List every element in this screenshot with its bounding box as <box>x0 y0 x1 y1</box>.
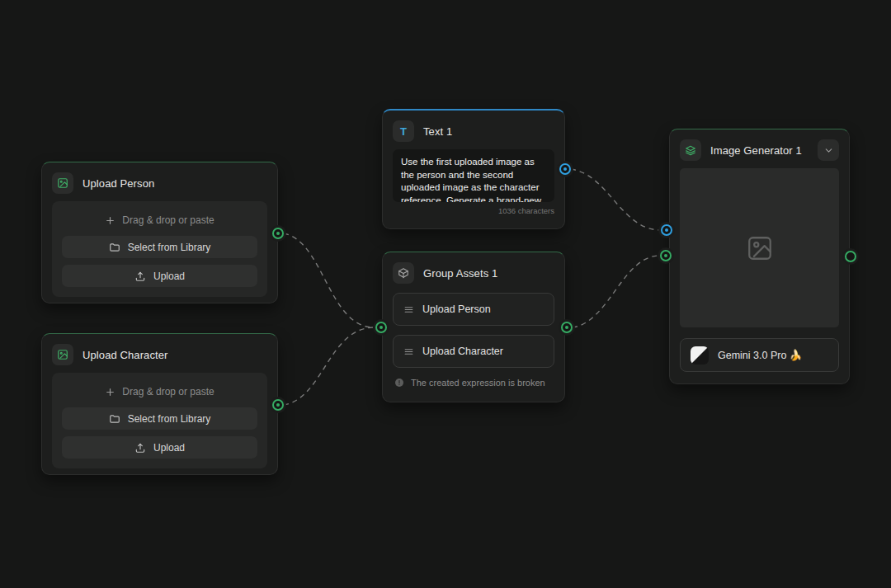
upload-button[interactable]: Upload <box>62 265 257 287</box>
character-count: 1036 characters <box>393 206 554 215</box>
dropzone-label: Drag & drop or paste <box>122 214 214 226</box>
asset-label: Upload Character <box>422 346 503 357</box>
collapse-button[interactable] <box>818 139 839 161</box>
node-header: Upload Character <box>52 344 267 365</box>
port-upload-person-output[interactable] <box>272 228 284 239</box>
connection-upload-person-to-group[interactable] <box>284 233 373 327</box>
text-icon: T <box>393 120 414 142</box>
folder-icon <box>109 242 120 253</box>
warning-icon <box>394 378 404 388</box>
upload-dropzone[interactable]: Drag & drop or paste Select from Library… <box>52 201 267 297</box>
group-asset-item-person[interactable]: Upload Person <box>393 293 554 326</box>
button-label: Select from Library <box>128 242 211 253</box>
connection-text-to-generator[interactable] <box>571 169 659 230</box>
chevron-down-icon <box>823 145 834 156</box>
node-title: Image Generator 1 <box>710 144 802 157</box>
folder-icon <box>109 413 120 425</box>
prompt-text-area[interactable]: Use the first uploaded image as the pers… <box>393 149 554 202</box>
upload-person-node[interactable]: Upload Person Drag & drop or paste Selec… <box>41 162 278 303</box>
button-label: Upload <box>153 270 185 282</box>
drag-handle-icon[interactable] <box>403 304 414 315</box>
text-node[interactable]: T Text 1 Use the first uploaded image as… <box>382 109 565 229</box>
node-header: Upload Person <box>52 172 267 194</box>
node-title: Group Assets 1 <box>423 267 497 280</box>
upload-dropzone[interactable]: Drag & drop or paste Select from Library… <box>52 373 267 468</box>
gemini-icon <box>691 346 709 365</box>
button-label: Select from Library <box>128 413 211 425</box>
node-title: Upload Person <box>82 177 154 190</box>
group-assets-node[interactable]: Group Assets 1 Upload Person Upload Char… <box>382 252 565 402</box>
node-title: Text 1 <box>423 125 452 138</box>
node-header: T Text 1 <box>393 120 554 142</box>
plus-icon <box>105 387 116 397</box>
plus-icon <box>105 215 116 226</box>
port-generator-output[interactable] <box>845 251 856 262</box>
upload-icon <box>134 442 146 454</box>
image-icon <box>52 344 73 365</box>
package-icon <box>393 262 414 284</box>
select-from-library-button[interactable]: Select from Library <box>62 236 257 258</box>
node-header: Group Assets 1 <box>393 262 554 284</box>
image-generator-node[interactable]: Image Generator 1 Gemini 3.0 Pro 🍌 <box>669 129 850 384</box>
upload-character-node[interactable]: Upload Character Drag & drop or paste Se… <box>41 333 278 475</box>
port-upload-character-output[interactable] <box>272 399 284 411</box>
upload-button[interactable]: Upload <box>62 436 257 459</box>
node-title: Upload Character <box>82 349 168 361</box>
dropzone-label: Drag & drop or paste <box>122 386 214 397</box>
upload-icon <box>134 270 146 282</box>
connection-group-to-generator[interactable] <box>573 256 658 327</box>
button-label: Upload <box>153 442 185 454</box>
port-group-assets-input[interactable] <box>375 322 387 333</box>
select-from-library-button[interactable]: Select from Library <box>62 407 257 430</box>
model-selector[interactable]: Gemini 3.0 Pro 🍌 <box>680 338 839 372</box>
picture-placeholder-icon <box>746 234 774 262</box>
port-generator-image-input[interactable] <box>660 250 672 261</box>
port-generator-text-input[interactable] <box>661 224 672 236</box>
image-preview-placeholder <box>680 168 839 327</box>
model-label: Gemini 3.0 Pro 🍌 <box>718 349 802 361</box>
port-group-assets-output[interactable] <box>561 322 573 333</box>
image-icon <box>52 172 73 194</box>
node-header: Image Generator 1 <box>680 139 839 161</box>
port-text-output[interactable] <box>559 163 571 175</box>
connection-upload-character-to-group[interactable] <box>284 327 373 405</box>
layers-icon <box>680 139 701 161</box>
asset-label: Upload Person <box>422 303 491 315</box>
warning-row: The created expression is broken <box>393 378 554 388</box>
group-asset-item-character[interactable]: Upload Character <box>393 335 554 368</box>
drag-handle-icon[interactable] <box>403 346 414 357</box>
warning-text: The created expression is broken <box>411 378 545 388</box>
